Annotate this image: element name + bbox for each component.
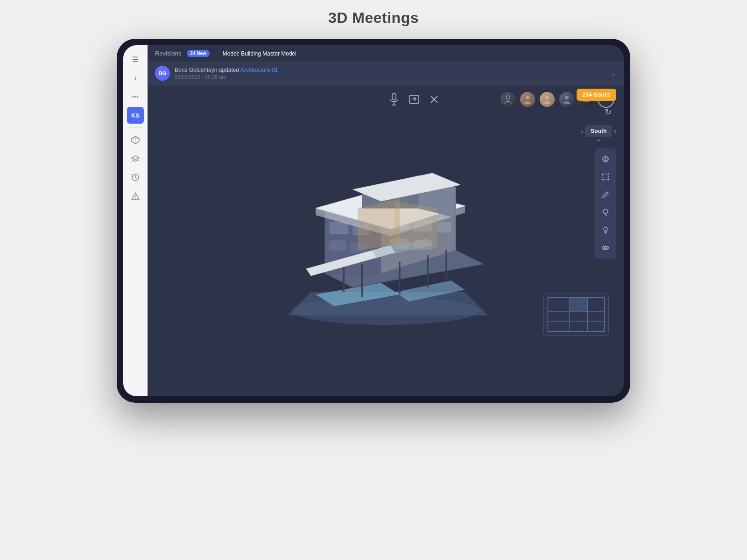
edit-tool-button[interactable] xyxy=(598,187,613,203)
viewport[interactable]: 234 Issues ↻ › South ‹ ⌃ xyxy=(148,85,624,396)
history-icon[interactable] xyxy=(127,169,144,186)
svg-point-44 xyxy=(604,227,607,231)
refresh-button[interactable]: ↻ xyxy=(599,104,616,120)
sidebar-divider-1 xyxy=(128,127,142,128)
top-bar: Revisions 24 New Model: Building Master … xyxy=(148,45,624,62)
revision-expand-icon[interactable]: ⌄ xyxy=(611,70,616,77)
page-title: 3D Meetings xyxy=(117,9,630,27)
menu-icon[interactable]: ☰ xyxy=(127,51,144,68)
compass-label[interactable]: South xyxy=(585,125,612,137)
revisions-label: Revisions xyxy=(155,50,181,57)
compass-up-icon[interactable]: ⌃ xyxy=(596,138,601,146)
light-tool-button[interactable] xyxy=(598,222,613,238)
warning-icon[interactable] xyxy=(127,188,144,204)
svg-point-41 xyxy=(602,179,604,181)
user-avatar-icon[interactable]: KS xyxy=(127,107,144,124)
svg-rect-54 xyxy=(570,298,587,311)
revision-avatar: BG xyxy=(155,66,170,81)
cube-icon[interactable] xyxy=(127,132,144,148)
revision-text: Boris Goldshteyn updated Architecture 01… xyxy=(175,67,606,80)
issues-badge[interactable]: 234 Issues xyxy=(577,89,616,101)
svg-rect-15 xyxy=(437,222,451,232)
svg-point-40 xyxy=(608,174,609,175)
minimap[interactable] xyxy=(543,294,609,336)
revision-timestamp: 29/08/2019 - 09:35 am xyxy=(175,74,606,80)
tablet-frame: ☰ ‹ ••• KS xyxy=(117,39,630,403)
new-badge: 24 New xyxy=(187,50,209,57)
sidebar: ☰ ‹ ••• KS xyxy=(123,45,148,396)
compass-right-icon[interactable]: ‹ xyxy=(614,127,616,135)
svg-marker-34 xyxy=(395,201,437,248)
select-tool-button[interactable] xyxy=(598,169,613,185)
revision-link[interactable]: Architecture 01 xyxy=(240,67,278,73)
app-layout: ☰ ‹ ••• KS xyxy=(123,45,624,396)
svg-point-43 xyxy=(603,209,608,214)
svg-point-42 xyxy=(608,179,609,181)
model-label: Model: Building Master Model xyxy=(223,50,296,57)
eye-tool-button[interactable] xyxy=(598,240,613,256)
svg-point-47 xyxy=(605,247,607,249)
tool-panel xyxy=(595,148,616,259)
more-icon[interactable]: ••• xyxy=(127,88,144,105)
right-toolbar: 234 Issues ↻ › South ‹ ⌃ xyxy=(577,85,616,368)
svg-rect-38 xyxy=(603,174,608,180)
svg-point-39 xyxy=(602,174,604,175)
tablet-screen: ☰ ‹ ••• KS xyxy=(123,45,624,396)
revision-user-name: Boris Goldshteyn updated Architecture 01 xyxy=(175,67,606,73)
compass-left-icon[interactable]: › xyxy=(581,127,584,135)
back-icon[interactable]: ‹ xyxy=(127,70,144,86)
compass-nav: › South ‹ xyxy=(581,125,616,137)
svg-rect-16 xyxy=(330,241,346,250)
compass-section: › South ‹ ⌃ xyxy=(581,125,616,146)
svg-rect-11 xyxy=(330,222,348,234)
model-name: Building Master Model xyxy=(241,50,296,57)
brush-tool-button[interactable] xyxy=(598,204,613,220)
revision-item: BG Boris Goldshteyn updated Architecture… xyxy=(148,62,624,85)
svg-point-2 xyxy=(135,198,136,199)
view-tool-button[interactable] xyxy=(598,151,613,167)
main-content: Revisions 24 New Model: Building Master … xyxy=(148,45,624,396)
layers-icon[interactable] xyxy=(127,150,144,167)
